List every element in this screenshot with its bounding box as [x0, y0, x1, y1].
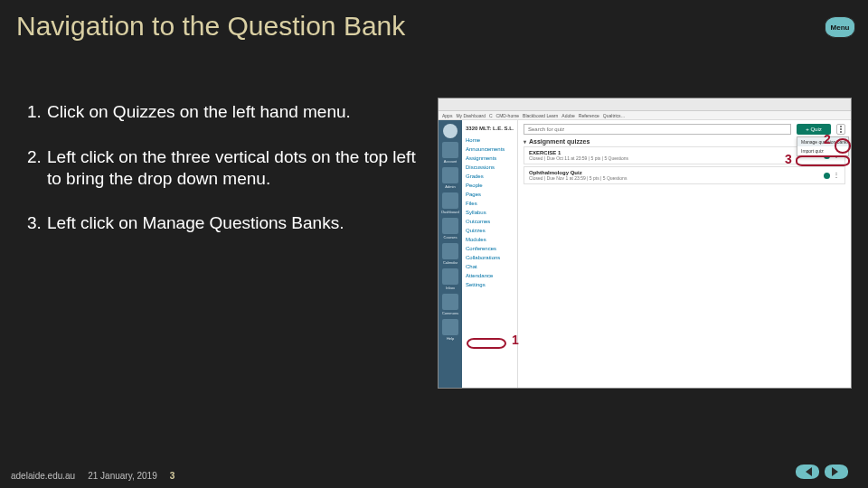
step-text: Left click on Manage Questions Banks.: [47, 212, 425, 234]
course-nav-item[interactable]: Announcements: [466, 145, 514, 153]
step-text: Left click on the three vertical dots on…: [47, 146, 425, 190]
course-nav-item[interactable]: Chat: [466, 263, 514, 270]
bookmark-item: Adobe: [561, 113, 574, 118]
page-title: Navigation to the Question Bank: [16, 11, 405, 42]
course-nav-item[interactable]: Settings: [466, 281, 514, 288]
browser-chrome: [439, 99, 851, 111]
dropdown-item-manage-question-banks[interactable]: Manage question banks: [797, 137, 848, 146]
quizzes-main: + Quiz Manage question banks Import quiz…: [518, 120, 851, 388]
course-nav-item[interactable]: Assignments: [466, 155, 514, 162]
quiz-row[interactable]: Ophthalmology Quiz Closed | Due Nov 1 at…: [524, 166, 845, 184]
instruction-list: 1. Click on Quizzes on the left hand men…: [27, 101, 425, 258]
embedded-screenshot: Apps My Dashboard C CMD-home Blackboard …: [438, 98, 852, 389]
callout-label: 3: [785, 152, 792, 166]
avatar: [443, 124, 458, 138]
bookmark-item: Blackboard Learn: [523, 113, 558, 118]
step-number: 3.: [27, 212, 47, 234]
rail-label: Dashboard: [441, 211, 459, 214]
search-input[interactable]: [524, 124, 791, 135]
step-number: 2.: [27, 146, 47, 190]
menu-button[interactable]: Menu: [825, 16, 855, 38]
rail-icon: [442, 319, 458, 335]
rail-icon: [442, 218, 458, 234]
slide-footer: adelaide.edu.au 21 January, 2019 3: [11, 471, 175, 481]
bookmark-item: Reference: [579, 113, 599, 118]
kebab-icon[interactable]: ⋮: [833, 172, 840, 179]
quiz-section-title: Assignment quizzes: [529, 138, 590, 145]
rail-label: Admin: [445, 185, 455, 189]
quiz-meta: Closed | Due Nov 1 at 23:59 | 5 pts | 5 …: [529, 175, 627, 181]
bookmark-item: Apps: [442, 113, 452, 118]
footer-site: adelaide.edu.au: [11, 471, 75, 481]
course-nav-item[interactable]: Attendance: [466, 272, 514, 279]
prev-arrow-icon[interactable]: [796, 465, 819, 479]
rail-label: Courses: [444, 236, 458, 239]
footer-date: 21 January, 2019: [88, 471, 157, 481]
bookmark-item: C: [489, 113, 493, 118]
instruction-step: 2. Left click on the three vertical dots…: [27, 146, 425, 190]
callout-label: 1: [512, 333, 519, 347]
course-nav-item[interactable]: People: [466, 182, 514, 189]
kebab-dropdown: Manage question banks Import quiz: [797, 136, 849, 156]
step-number: 1.: [27, 101, 47, 123]
callout-label: 2: [824, 132, 831, 146]
instruction-step: 1. Click on Quizzes on the left hand men…: [27, 101, 425, 123]
bookmark-item: Qualtrics…: [603, 113, 626, 118]
quiz-meta: Closed | Due Oct 11 at 23:59 | 5 pts | 5…: [529, 155, 628, 161]
rail-icon: [442, 243, 458, 259]
course-nav-item[interactable]: Collaborations: [466, 254, 514, 261]
instruction-step: 3. Left click on Manage Questions Banks.: [27, 212, 425, 234]
rail-label: Inbox: [446, 286, 455, 290]
bookmark-item: My Dashboard: [456, 113, 486, 118]
course-nav-item[interactable]: Conferences: [466, 245, 514, 252]
course-nav-item[interactable]: Pages: [466, 191, 514, 198]
course-nav-item[interactable]: Grades: [466, 173, 514, 180]
slide-nav: [796, 465, 848, 479]
rail-icon: [442, 167, 458, 183]
step-text: Click on Quizzes on the left hand menu.: [47, 101, 425, 123]
course-nav-item[interactable]: Discussions: [466, 164, 514, 171]
rail-icon: [442, 192, 458, 209]
course-code: 3320 MLT: L.E. S.L.QG3: [466, 126, 514, 131]
course-nav: 3320 MLT: L.E. S.L.QG3 Home Announcement…: [462, 120, 518, 388]
course-nav-item-quizzes[interactable]: Quizzes: [466, 227, 514, 234]
rail-label: Help: [447, 337, 454, 341]
rail-icon: [442, 142, 458, 158]
rail-label: Calendar: [443, 261, 458, 265]
course-nav-item[interactable]: Syllabus: [466, 209, 514, 216]
course-nav-item[interactable]: Modules: [466, 236, 514, 243]
kebab-menu-button[interactable]: [836, 124, 845, 135]
bookmark-item: CMD-home: [496, 113, 520, 118]
rail-label: Account: [444, 160, 457, 164]
rail-icon: [442, 294, 458, 310]
global-nav-rail: Account Admin Dashboard Courses Calendar…: [439, 120, 462, 388]
course-nav-item[interactable]: Home: [466, 136, 514, 144]
next-arrow-icon[interactable]: [825, 465, 848, 479]
dropdown-item[interactable]: Import quiz: [797, 146, 848, 155]
rail-icon: [442, 268, 458, 285]
bookmark-bar: Apps My Dashboard C CMD-home Blackboard …: [439, 111, 851, 120]
course-nav-item[interactable]: Files: [466, 200, 514, 207]
rail-label: Commons: [442, 312, 458, 315]
footer-page-number: 3: [170, 471, 175, 481]
published-icon: [824, 173, 830, 179]
course-nav-item[interactable]: Outcomes: [466, 218, 514, 225]
